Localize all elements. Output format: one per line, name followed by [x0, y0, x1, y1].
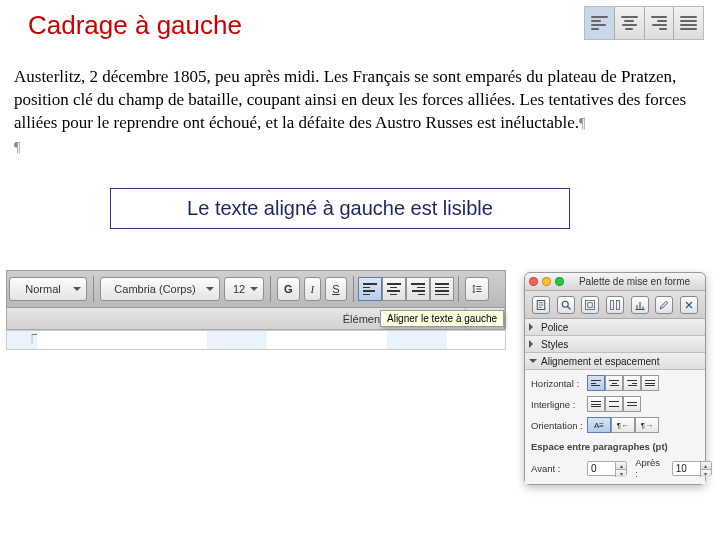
step-down-icon[interactable]: ▾ [615, 470, 626, 477]
palette-align-justify-button[interactable] [641, 375, 659, 391]
svg-rect-5 [616, 300, 619, 309]
palette-line-spacing-group [587, 396, 712, 412]
caption-box: Le texte aligné à gauche est lisible [110, 188, 570, 229]
step-up-icon[interactable]: ▴ [615, 462, 626, 470]
formatting-palette: Palette de mise en forme Police Styles A… [524, 272, 706, 485]
window-minimize-icon[interactable] [542, 277, 551, 286]
space-before-stepper[interactable]: 0▴▾ [587, 461, 627, 476]
palette-section-styles[interactable]: Styles [525, 336, 705, 353]
palette-section-police[interactable]: Police [525, 319, 705, 336]
ruler[interactable]: ⎾ [6, 330, 506, 350]
palette-align-horizontal-group [587, 375, 712, 391]
window-close-icon[interactable] [529, 277, 538, 286]
palette-mode-tools-icon[interactable] [680, 296, 698, 314]
step-down-icon[interactable]: ▾ [700, 470, 711, 477]
font-dropdown[interactable]: Cambria (Corps) [100, 277, 220, 301]
align-justify-button[interactable] [430, 277, 454, 301]
palette-section-alignment[interactable]: Alignement et espacement [525, 353, 705, 370]
pilcrow-icon: ¶ [579, 116, 585, 131]
svg-rect-3 [588, 302, 593, 307]
formatting-toolbar: Normal Cambria (Corps) 12 G I S [6, 270, 506, 308]
sample-paragraph: Austerlitz, 2 décembre 1805, peu après m… [14, 66, 706, 158]
palette-spacing-custom-button[interactable] [623, 396, 641, 412]
label-orientation: Orientation : [531, 420, 587, 431]
palette-orientation-group: A≡ ¶← ¶→ [587, 417, 712, 433]
palette-alignment-body: Horizontal : Interligne : Orientation : … [525, 370, 705, 484]
alignment-button-group [358, 277, 454, 301]
palette-mode-margins-icon[interactable] [581, 296, 599, 314]
label-paragraph-spacing: Espace entre paragraphes (pt) [531, 441, 712, 452]
thumb-align-justify-icon [674, 7, 703, 39]
line-spacing-button[interactable] [465, 277, 489, 301]
svg-point-1 [562, 301, 568, 307]
palette-align-left-button[interactable] [587, 375, 605, 391]
window-zoom-icon[interactable] [555, 277, 564, 286]
palette-mode-document-icon[interactable] [532, 296, 550, 314]
palette-orientation-rtl-button[interactable]: ¶← [611, 417, 635, 433]
palette-title: Palette de mise en forme [568, 276, 701, 287]
font-size-dropdown[interactable]: 12 [224, 277, 264, 301]
align-center-button[interactable] [382, 277, 406, 301]
label-interligne: Interligne : [531, 399, 587, 410]
palette-align-right-button[interactable] [623, 375, 641, 391]
palette-orientation-ltr-button[interactable]: A≡ [587, 417, 611, 433]
palette-titlebar[interactable]: Palette de mise en forme [525, 273, 705, 291]
italic-button[interactable]: I [304, 277, 322, 301]
thumb-align-center-icon [615, 7, 645, 39]
alignment-thumbnail [584, 6, 704, 40]
thumb-align-right-icon [645, 7, 675, 39]
palette-mode-chart-icon[interactable] [631, 296, 649, 314]
line-spacing-icon [472, 284, 482, 294]
align-left-tooltip: Aligner le texte à gauche [380, 310, 504, 327]
thumb-align-left-icon [585, 7, 615, 39]
label-avant: Avant : [531, 463, 587, 474]
palette-mode-find-icon[interactable] [557, 296, 575, 314]
underline-button[interactable]: S [325, 277, 346, 301]
palette-mode-pencil-icon[interactable] [655, 296, 673, 314]
pilcrow-icon: ¶ [14, 139, 706, 158]
step-up-icon[interactable]: ▴ [700, 462, 711, 470]
ruler-tab-marker[interactable]: ⎾ [27, 334, 37, 345]
palette-mode-columns-icon[interactable] [606, 296, 624, 314]
align-left-button[interactable] [358, 277, 382, 301]
palette-orientation-ltr2-button[interactable]: ¶→ [635, 417, 659, 433]
svg-rect-2 [586, 300, 595, 309]
space-after-stepper[interactable]: 10▴▾ [672, 461, 712, 476]
palette-spacing-single-button[interactable] [587, 396, 605, 412]
svg-rect-4 [610, 300, 613, 309]
palette-align-center-button[interactable] [605, 375, 623, 391]
align-right-button[interactable] [406, 277, 430, 301]
palette-spacing-double-button[interactable] [605, 396, 623, 412]
label-horizontal: Horizontal : [531, 378, 587, 389]
slide-title: Cadrage à gauche [28, 10, 242, 41]
style-dropdown[interactable]: Normal [9, 277, 87, 301]
palette-mode-row [525, 291, 705, 319]
label-apres: Après : [635, 457, 663, 479]
bold-button[interactable]: G [277, 277, 300, 301]
